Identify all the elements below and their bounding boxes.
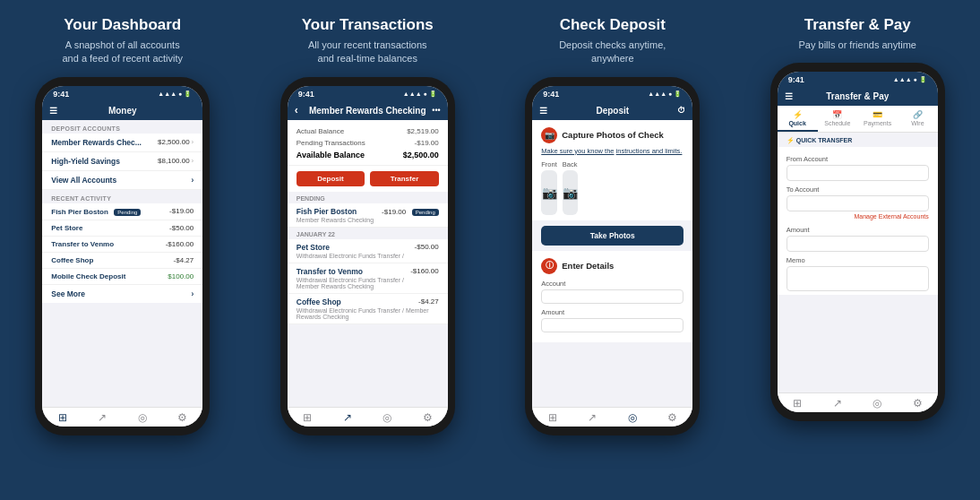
activity-venmo[interactable]: Transfer to Venmo -$160.00 [42,237,202,253]
tab-activity[interactable]: ↗ [833,397,842,409]
available-balance-row: Available Balance $2,500.00 [297,149,439,161]
actual-balance-row: Actual Balance $2,519.00 [297,125,439,137]
history-icon[interactable]: ⏱ [677,106,685,115]
back-icon[interactable]: ‹ [295,104,298,116]
tab-settings[interactable]: ⚙ [667,411,677,424]
memo-input[interactable] [787,266,929,291]
activity-amount-venmo: -$160.00 [166,240,194,248]
txn-amount-venmo: -$160.00 [410,267,439,275]
payments-icon: 💳 [859,110,896,119]
account-row-savings[interactable]: High-Yield Savings $8,100.00 › [42,152,202,171]
txn-coffee[interactable]: Coffee Shop -$4.27 Withdrawal Electronic… [288,294,448,324]
tab-quick[interactable]: ⚡ Quick [778,106,818,132]
memo-label: Memo [787,256,929,264]
activity-amount-coffee: -$4.27 [174,256,194,264]
txn-sub-coffee: Withdrawal Electronic Funds Transfer / M… [297,307,439,320]
tab-settings[interactable]: ⚙ [423,411,433,424]
menu-icon[interactable]: ☰ [49,106,57,116]
tab-home[interactable]: ⊞ [793,397,802,409]
phone-dashboard: 9:41 ▲▲▲ ● 🔋 ☰ Money DEPOSIT ACCOUNTS Me… [35,77,210,435]
pending-badge-txn: Pending [412,209,439,216]
activity-name-coffee: Coffee Shop [51,256,93,264]
phone-transactions: 9:41 ▲▲▲ ● 🔋 ‹ Member Rewards Checking •… [280,77,455,435]
deposit-content: 📷 Capture Photos of Check Make sure you … [532,120,692,407]
activity-check-deposit[interactable]: Mobile Check Deposit $100.00 [42,269,202,285]
tab-activity[interactable]: ↗ [588,411,597,424]
tab-activity[interactable]: ↗ [343,411,352,424]
phone-transfer: 9:41 ▲▲▲ ● 🔋 ☰ Transfer & Pay ⚡ Quick 📅 … [770,63,945,421]
available-label: Available Balance [297,151,365,159]
view-all-accounts[interactable]: View All Accounts › [42,171,202,190]
pending-section-label: PENDING [288,192,448,203]
status-bar-deposit: 9:41 ▲▲▲ ● 🔋 [532,86,692,101]
account-input[interactable] [541,289,683,304]
jan22-label: JANUARY 22 [288,228,448,239]
tab-home[interactable]: ⊞ [303,411,312,424]
txn-name-petstore: Pet Store [297,243,330,252]
panel-transactions: Your Transactions All your recent transa… [245,0,491,500]
from-account-label: From Account [787,155,929,163]
tab-settings[interactable]: ⚙ [913,397,923,409]
txn-fish[interactable]: Fish Pier Boston -$19.00 Pending Member … [288,203,448,228]
panel-transfer-title: Transfer & Pay [799,16,916,34]
amount-input[interactable] [787,236,929,252]
txn-petstore[interactable]: Pet Store -$50.00 Withdrawal Electronic … [288,239,448,263]
tab-settings[interactable]: ⚙ [177,411,187,424]
tab-deposit[interactable]: ◎ [138,411,147,424]
transfer-form: From Account To Account Manage External … [778,147,938,295]
status-bar-transfer: 9:41 ▲▲▲ ● 🔋 [778,72,938,87]
tab-deposit[interactable]: ◎ [873,397,881,409]
to-account-input[interactable] [787,195,929,211]
activity-name-venmo: Transfer to Venmo [51,240,114,248]
recent-activity-label: RECENT ACTIVITY [42,190,202,203]
bottom-tabs-transfer: ⊞ ↗ ◎ ⚙ [778,392,938,412]
activity-coffee[interactable]: Coffee Shop -$4.27 [42,253,202,269]
tab-home[interactable]: ⊞ [548,411,557,424]
txn-sub-fish: Member Rewards Checking [297,217,439,223]
chevron-right-icon: › [191,289,193,298]
manage-external-link[interactable]: Manage External Accounts [787,211,929,221]
instructions-link[interactable]: instructions and limits. [616,147,683,155]
account-balance-member: $2,500.00 › [158,138,193,146]
transfer-button[interactable]: Transfer [370,171,439,186]
schedule-icon: 📅 [820,110,856,119]
actual-balance-value: $2,519.00 [407,127,439,135]
to-account-label: To Account [787,185,929,194]
account-row-member[interactable]: Member Rewards Chec... $2,500.00 › [42,134,202,152]
menu-icon[interactable]: ☰ [539,106,547,116]
tab-deposit[interactable]: ◎ [628,411,637,424]
amount-input[interactable] [541,318,683,332]
front-photo-box[interactable]: 📷 [541,170,557,215]
tab-schedule[interactable]: 📅 Schedule [818,106,858,132]
capture-title: 📷 Capture Photos of Check [541,127,683,143]
txn-venmo[interactable]: Transfer to Venmo -$160.00 Withdrawal El… [288,263,448,294]
deposit-button[interactable]: Deposit [297,171,365,186]
from-account-input[interactable] [787,165,929,181]
wire-icon: 🔗 [899,110,936,119]
nav-dashboard: ☰ Money [42,101,202,120]
actual-balance-label: Actual Balance [297,127,344,135]
tab-deposit[interactable]: ◎ [383,411,391,424]
tab-home[interactable]: ⊞ [58,411,67,424]
txn-amount-coffee: -$4.27 [418,297,439,306]
tab-activity[interactable]: ↗ [98,411,107,424]
more-icon[interactable]: ••• [432,106,440,115]
front-photo-area: Front 📷 [541,160,557,215]
bottom-tabs-deposit: ⊞ ↗ ◎ ⚙ [532,407,692,427]
back-photo-box[interactable]: 📷 [563,170,578,215]
status-bar-transactions: 9:41 ▲▲▲ ● 🔋 [288,86,448,101]
activity-fish[interactable]: Fish Pier Boston Pending -$19.00 [42,203,202,220]
txn-amount-petstore: -$50.00 [415,243,439,251]
activity-name-check: Mobile Check Deposit [51,272,125,280]
activity-petstore[interactable]: Pet Store -$50.00 [42,220,202,237]
back-photo-area: Back 📷 [563,160,578,215]
activity-amount-check: $100.00 [168,272,193,280]
menu-icon[interactable]: ☰ [785,91,793,101]
tab-wire[interactable]: 🔗 Wire [898,106,938,132]
photos-row: Front 📷 Back 📷 [541,160,683,215]
take-photos-button[interactable]: Take Photos [541,226,683,246]
activity-name-petstore: Pet Store [51,224,82,232]
txn-name-coffee: Coffee Shop [297,297,341,306]
tab-payments[interactable]: 💳 Payments [857,106,898,132]
see-more-button[interactable]: See More › [42,285,202,303]
